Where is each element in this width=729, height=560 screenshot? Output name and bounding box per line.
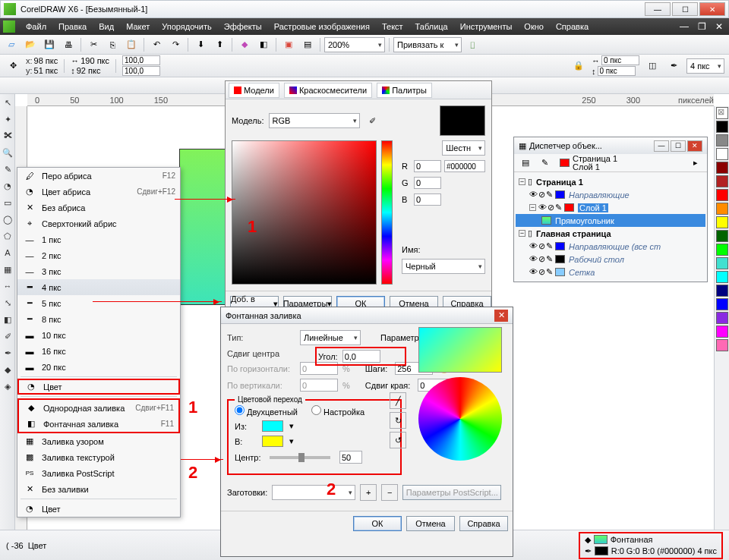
undo-button[interactable]: ↶ bbox=[148, 36, 165, 53]
eyedropper-tool[interactable]: ✐ bbox=[1, 329, 14, 344]
ctx-1px[interactable]: —1 пкс bbox=[17, 231, 180, 247]
ctx-color-2[interactable]: ◔Цвет bbox=[17, 501, 180, 517]
freehand-tool[interactable]: ✎ bbox=[1, 162, 14, 177]
palette-swatch[interactable] bbox=[716, 298, 728, 310]
layer-view-button[interactable]: ▤ bbox=[517, 155, 534, 171]
palette-swatch[interactable] bbox=[716, 285, 728, 297]
palette-swatch[interactable] bbox=[716, 189, 728, 201]
tree-page1[interactable]: −▯Страница 1 bbox=[516, 175, 705, 188]
selected-rectangle[interactable] bbox=[179, 149, 229, 305]
model-combo[interactable]: RGB bbox=[269, 113, 360, 128]
app-launcher-button[interactable]: ◆ bbox=[236, 36, 253, 53]
copy-button[interactable]: ⎘ bbox=[104, 36, 121, 53]
center-input[interactable] bbox=[339, 451, 362, 464]
ctx-4px[interactable]: ━4 пкс bbox=[17, 279, 180, 295]
r-input[interactable] bbox=[414, 160, 441, 172]
window-minimize[interactable]: ― bbox=[645, 2, 671, 16]
save-button[interactable]: 💾 bbox=[41, 36, 58, 53]
palette-swatch[interactable] bbox=[716, 148, 728, 160]
shape-tool[interactable]: ✦ bbox=[1, 112, 14, 127]
ctx-fountain-fill[interactable]: ◧Фонтачная заливкаF11 bbox=[19, 416, 178, 432]
docker-options-button[interactable]: ▸ bbox=[687, 155, 704, 171]
polygon-tool[interactable]: ⬠ bbox=[1, 228, 14, 244]
tree-grid[interactable]: 👁⊘✎Сетка bbox=[516, 266, 705, 278]
ctx-color[interactable]: ◔Цвет bbox=[17, 379, 180, 395]
saturation-picker[interactable] bbox=[232, 140, 377, 285]
path-ccw-button[interactable]: ↺ bbox=[390, 432, 406, 448]
palette-swatch[interactable] bbox=[716, 339, 728, 351]
ctx-outline-pen[interactable]: 🖊Перо абрисаF12 bbox=[17, 168, 180, 184]
tree-master[interactable]: −▯Главная страница bbox=[516, 227, 705, 240]
fountain-close[interactable]: ✕ bbox=[494, 310, 508, 322]
color-wheel[interactable] bbox=[418, 377, 502, 461]
ctx-16px[interactable]: ▬16 пкс bbox=[17, 343, 180, 359]
fountain-help-button[interactable]: Справка bbox=[459, 516, 508, 531]
mdi-close[interactable]: ✕ bbox=[712, 21, 726, 32]
tab-models[interactable]: Модели bbox=[229, 83, 279, 98]
menu-view[interactable]: Вид bbox=[94, 20, 118, 33]
pick-tool[interactable]: ↖ bbox=[1, 95, 14, 110]
palette-swatch[interactable] bbox=[716, 203, 728, 215]
fountain-ok-button[interactable]: ОК bbox=[353, 516, 402, 531]
zoom-combo[interactable]: 200% bbox=[324, 37, 385, 52]
menu-edit[interactable]: Правка bbox=[54, 20, 91, 33]
publish-button[interactable]: ▣ bbox=[280, 36, 297, 53]
options-button[interactable]: ▤ bbox=[299, 36, 316, 53]
path-direct-button[interactable]: ╱ bbox=[390, 392, 406, 409]
fountain-cancel-button[interactable]: Отмена bbox=[406, 516, 455, 531]
presets-combo[interactable] bbox=[272, 485, 355, 500]
interactive-fill-tool[interactable]: ◈ bbox=[1, 379, 14, 394]
ellipse-tool[interactable]: ◯ bbox=[1, 212, 14, 227]
snap-options-button[interactable]: ⌷ bbox=[464, 36, 481, 53]
docker-close[interactable]: ✕ bbox=[687, 140, 702, 152]
lock-icon[interactable]: 🔒 bbox=[570, 58, 587, 74]
palette-swatch[interactable] bbox=[716, 244, 728, 256]
ctx-no-outline[interactable]: ✕Без абриса bbox=[17, 200, 180, 216]
layer-edit-button[interactable]: ✎ bbox=[536, 155, 553, 171]
preset-add-button[interactable]: + bbox=[360, 484, 377, 501]
menu-tools[interactable]: Инструменты bbox=[456, 20, 517, 33]
ctx-no-fill[interactable]: ✕Без заливки bbox=[17, 481, 180, 497]
ctx-3px[interactable]: —3 пкс bbox=[17, 263, 180, 279]
zoom-tool[interactable]: 🔍 bbox=[1, 145, 14, 160]
preset-remove-button[interactable]: − bbox=[381, 484, 398, 501]
palette-swatch[interactable] bbox=[716, 121, 728, 133]
redo-button[interactable]: ↷ bbox=[167, 36, 184, 53]
tab-palettes[interactable]: Палитры bbox=[377, 83, 432, 98]
menu-bitmaps[interactable]: Растровые изображения bbox=[270, 20, 374, 33]
export-button[interactable]: ⬆ bbox=[211, 36, 228, 53]
hue-slider[interactable] bbox=[381, 140, 393, 285]
tree-rectangle[interactable]: Прямоугольник bbox=[516, 214, 705, 227]
custom-radio[interactable]: Настройка bbox=[311, 405, 364, 417]
menu-file[interactable]: Файл bbox=[21, 20, 51, 33]
window-maximize[interactable]: ☐ bbox=[672, 2, 698, 16]
tab-mixers[interactable]: Краскосмесители bbox=[284, 83, 372, 98]
ctx-2px[interactable]: —2 пкс bbox=[17, 247, 180, 263]
outline-pen-icon[interactable]: ✒ bbox=[665, 58, 682, 74]
docker-minimize[interactable]: ― bbox=[654, 140, 669, 152]
ctx-outline-color[interactable]: ◔Цвет абрисаСдвиг+F12 bbox=[17, 184, 180, 200]
ctx-uniform-fill[interactable]: ◆Однородная заливкаСдвиг+F11 bbox=[19, 400, 178, 416]
menu-table[interactable]: Таблица bbox=[411, 20, 453, 33]
fill-tool[interactable]: ◆ bbox=[1, 362, 14, 377]
menu-window[interactable]: Окно bbox=[519, 20, 548, 33]
smart-fill-tool[interactable]: ◔ bbox=[1, 178, 14, 193]
b-input[interactable] bbox=[414, 193, 441, 206]
snap-combo[interactable]: Привязать к bbox=[393, 37, 462, 52]
palette-swatch[interactable] bbox=[716, 271, 728, 283]
window-close[interactable]: ✕ bbox=[699, 2, 725, 16]
from-color-swatch[interactable] bbox=[262, 420, 283, 432]
rectangle-tool[interactable]: ▭ bbox=[1, 195, 14, 210]
print-button[interactable]: 🖶 bbox=[60, 36, 77, 53]
docker-maximize[interactable]: ☐ bbox=[671, 140, 686, 152]
menu-arrange[interactable]: Упорядочить bbox=[157, 20, 216, 33]
ctx-postscript-fill[interactable]: PSЗаливка PostScript bbox=[17, 465, 180, 481]
connector-tool[interactable]: ⤡ bbox=[1, 295, 14, 310]
to-color-swatch[interactable] bbox=[262, 436, 283, 447]
mdi-minimize[interactable]: ― bbox=[677, 21, 692, 32]
menu-text[interactable]: Текст bbox=[377, 20, 408, 33]
dimension-tool[interactable]: ↔ bbox=[1, 278, 14, 294]
palette-swatch[interactable]: ⊠ bbox=[716, 107, 728, 119]
palette-swatch[interactable] bbox=[716, 257, 728, 269]
tree-guides[interactable]: 👁⊘✎Направляющие bbox=[516, 188, 705, 201]
